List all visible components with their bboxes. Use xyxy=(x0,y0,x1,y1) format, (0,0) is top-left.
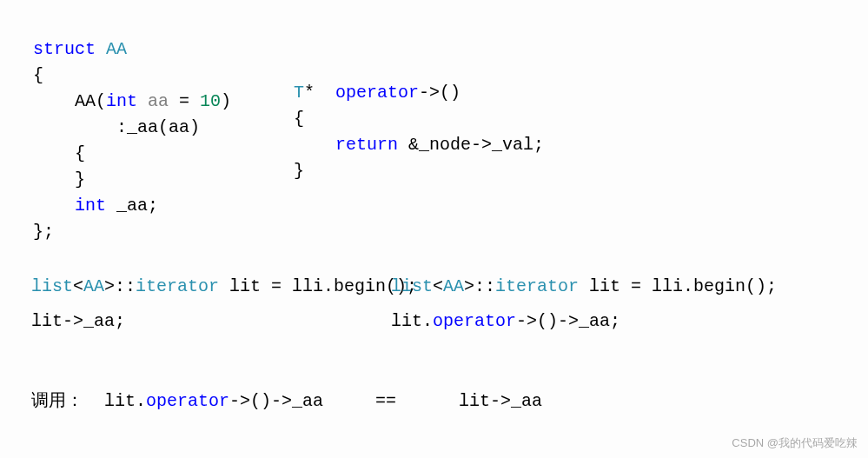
paren-open: ( xyxy=(96,91,106,111)
keyword-return: return xyxy=(294,135,398,155)
brace-open: { xyxy=(33,65,43,85)
lhs-op: operator xyxy=(146,391,229,411)
use-r-post: ->()->_aa; xyxy=(516,311,620,331)
ctor-brace-open: { xyxy=(33,143,85,163)
gt-l: >:: xyxy=(104,276,136,296)
keyword-struct: struct xyxy=(33,39,96,59)
keyword-int-2: int xyxy=(33,196,106,216)
code-block-struct: struct AA { AA(int aa = 10) :_aa(aa) { }… xyxy=(33,10,231,245)
equals: = xyxy=(179,91,200,111)
type-iterator-l: iterator xyxy=(136,276,219,296)
use-r-op: operator xyxy=(433,311,516,331)
op-brace-close: } xyxy=(294,161,304,181)
eq-sep: == xyxy=(323,391,459,411)
lhs-pre: lit. xyxy=(104,391,146,411)
type-list-r: list xyxy=(391,276,433,296)
literal-10: 10 xyxy=(200,91,221,111)
type-aa: AA xyxy=(96,39,127,59)
rest-l: lit = lli.begin(); xyxy=(219,276,417,296)
op-brace-open: { xyxy=(294,109,304,129)
lt-l: < xyxy=(73,276,83,296)
watermark: CSDN @我的代码爱吃辣 xyxy=(732,435,858,451)
star: * xyxy=(304,83,335,103)
use-left: lit->_aa; xyxy=(31,311,125,331)
code-line-bottom: 调用： lit.operator->()->_aa == lit->_aa xyxy=(31,387,542,415)
type-iterator-r: iterator xyxy=(495,276,579,296)
gt-r: >:: xyxy=(464,276,495,296)
init-list: :_aa(aa) xyxy=(33,117,200,137)
return-expr: &_node->_val; xyxy=(398,135,544,155)
lt-r: < xyxy=(433,276,443,296)
struct-close: }; xyxy=(33,222,54,242)
rhs: lit->_aa xyxy=(459,391,542,411)
lhs-post: ->()->_aa xyxy=(229,391,323,411)
code-line-left-decl: list<AA>::iterator lit = lli.begin(); xyxy=(31,274,417,300)
type-aa-r: AA xyxy=(443,276,464,296)
label-call: 调用： xyxy=(31,390,83,409)
ctor-brace-close: } xyxy=(33,169,85,189)
param-aa: aa xyxy=(137,91,179,111)
arrow-parens: ->() xyxy=(419,83,461,103)
ctor-name: AA xyxy=(33,91,96,111)
code-line-right-decl: list<AA>::iterator lit = lli.begin(); xyxy=(391,274,777,300)
pad1 xyxy=(83,391,104,411)
keyword-operator: operator xyxy=(335,83,419,103)
paren-close: ) xyxy=(221,91,231,111)
keyword-int: int xyxy=(106,91,137,111)
code-line-left-use: lit->_aa; xyxy=(31,309,125,335)
code-block-operator: T* operator->() { return &_node->_val; } xyxy=(294,54,544,184)
type-t: T xyxy=(294,83,304,103)
rest-r: lit = lli.begin(); xyxy=(579,276,777,296)
member-aa: _aa; xyxy=(106,196,158,216)
type-aa-l: AA xyxy=(83,276,104,296)
use-r-pre: lit. xyxy=(391,311,433,331)
type-list-l: list xyxy=(31,276,73,296)
code-line-right-use: lit.operator->()->_aa; xyxy=(391,309,620,335)
